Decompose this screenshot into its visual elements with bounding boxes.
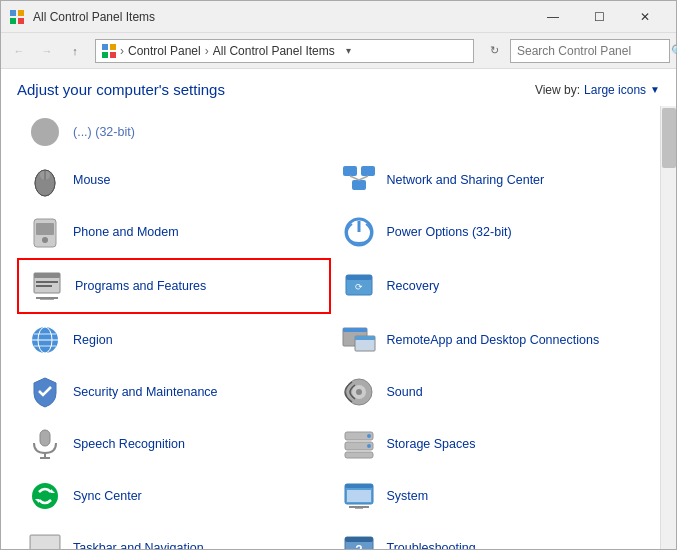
items-grid: Mouse Network xyxy=(17,154,644,549)
settings-title: Adjust your computer's settings xyxy=(17,81,225,98)
partial-item-icon xyxy=(29,116,61,148)
network-sharing-icon xyxy=(341,162,377,198)
svg-rect-43 xyxy=(40,430,50,446)
svg-rect-2 xyxy=(10,18,16,24)
svg-rect-6 xyxy=(102,52,108,58)
item-troubleshooting[interactable]: ? Troubleshooting xyxy=(331,522,645,549)
region-label: Region xyxy=(73,332,113,348)
item-power-options[interactable]: Power Options (32-bit) xyxy=(331,206,645,258)
sound-label: Sound xyxy=(387,384,423,400)
item-sound[interactable]: Sound xyxy=(331,366,645,418)
speech-label: Speech Recognition xyxy=(73,436,185,452)
storage-icon xyxy=(341,426,377,462)
svg-rect-15 xyxy=(352,180,366,190)
svg-point-51 xyxy=(32,483,58,509)
item-storage[interactable]: Storage Spaces xyxy=(331,418,645,470)
svg-point-8 xyxy=(31,118,59,146)
recovery-label: Recovery xyxy=(387,278,440,294)
item-network-sharing[interactable]: Network and Sharing Center xyxy=(331,154,645,206)
svg-rect-64 xyxy=(345,537,373,542)
item-system[interactable]: System xyxy=(331,470,645,522)
svg-rect-3 xyxy=(18,18,24,24)
item-recovery[interactable]: ⟳ Recovery xyxy=(331,258,645,314)
item-taskbar[interactable]: Taskbar and Navigation xyxy=(17,522,331,549)
control-panel-window: All Control Panel Items — ☐ ✕ ← → ↑ › Co… xyxy=(0,0,677,550)
sync-icon xyxy=(27,478,63,514)
svg-point-42 xyxy=(356,389,362,395)
refresh-button[interactable]: ↻ xyxy=(482,39,506,63)
phone-modem-label: Phone and Modem xyxy=(73,224,179,240)
svg-rect-29 xyxy=(346,275,372,280)
svg-point-49 xyxy=(367,434,371,438)
svg-rect-7 xyxy=(110,52,116,58)
address-path[interactable]: › Control Panel › All Control Panel Item… xyxy=(95,39,474,63)
recovery-icon: ⟳ xyxy=(341,268,377,304)
view-by-label: View by: xyxy=(535,83,580,97)
close-button[interactable]: ✕ xyxy=(622,1,668,33)
svg-rect-61 xyxy=(31,536,59,549)
item-mouse[interactable]: Mouse xyxy=(17,154,331,206)
item-programs-features[interactable]: Programs and Features xyxy=(17,258,331,314)
up-button[interactable]: ↑ xyxy=(63,39,87,63)
svg-rect-4 xyxy=(102,44,108,50)
back-button[interactable]: ← xyxy=(7,39,31,63)
scrollbar-thumb[interactable] xyxy=(662,108,676,168)
items-scroll[interactable]: (...) (32-bit) Mouse xyxy=(1,106,660,549)
content-area: Adjust your computer's settings View by:… xyxy=(1,69,676,549)
path-all-items[interactable]: All Control Panel Items xyxy=(213,44,335,58)
partial-top-row: (...) (32-bit) xyxy=(17,110,644,154)
taskbar-icon xyxy=(27,530,63,549)
search-box[interactable]: 🔍 xyxy=(510,39,670,63)
troubleshooting-label: Troubleshooting xyxy=(387,540,476,549)
window-title: All Control Panel Items xyxy=(33,10,155,24)
view-by-value[interactable]: Large icons xyxy=(584,83,646,97)
forward-button[interactable]: → xyxy=(35,39,59,63)
system-icon xyxy=(341,478,377,514)
path-sep2: › xyxy=(205,44,209,58)
security-label: Security and Maintenance xyxy=(73,384,218,400)
svg-line-17 xyxy=(359,176,368,180)
address-bar: ← → ↑ › Control Panel › All Control Pane… xyxy=(1,33,676,69)
power-options-label: Power Options (32-bit) xyxy=(387,224,512,240)
title-bar-left: All Control Panel Items xyxy=(9,9,155,25)
item-remoteapp[interactable]: RemoteApp and Desktop Connections xyxy=(331,314,645,366)
svg-rect-1 xyxy=(18,10,24,16)
svg-rect-23 xyxy=(34,273,60,278)
svg-rect-5 xyxy=(110,44,116,50)
svg-rect-0 xyxy=(10,10,16,16)
partial-icon xyxy=(27,114,63,150)
path-sep1: › xyxy=(120,44,124,58)
minimize-button[interactable]: — xyxy=(530,1,576,33)
sync-label: Sync Center xyxy=(73,488,142,504)
svg-rect-27 xyxy=(36,297,58,299)
svg-rect-55 xyxy=(345,484,373,488)
address-dropdown-button[interactable]: ▾ xyxy=(339,39,359,63)
partial-label: (...) (32-bit) xyxy=(73,125,135,139)
svg-text:?: ? xyxy=(355,543,362,549)
power-options-icon xyxy=(341,214,377,250)
search-icon: 🔍 xyxy=(671,44,677,58)
maximize-button[interactable]: ☐ xyxy=(576,1,622,33)
path-control-panel[interactable]: Control Panel xyxy=(128,44,201,58)
mouse-icon xyxy=(27,162,63,198)
item-sync[interactable]: Sync Center xyxy=(17,470,331,522)
svg-rect-14 xyxy=(361,166,375,176)
item-phone-modem[interactable]: Phone and Modem xyxy=(17,206,331,258)
item-speech[interactable]: Speech Recognition xyxy=(17,418,331,470)
item-region[interactable]: Region xyxy=(17,314,331,366)
svg-point-20 xyxy=(42,237,48,243)
content-header: Adjust your computer's settings View by:… xyxy=(1,69,676,106)
item-security[interactable]: Security and Maintenance xyxy=(17,366,331,418)
scrollbar[interactable] xyxy=(660,106,676,549)
system-label: System xyxy=(387,488,429,504)
view-by-dropdown-icon[interactable]: ▼ xyxy=(650,84,660,95)
svg-rect-48 xyxy=(345,452,373,458)
svg-point-50 xyxy=(367,444,371,448)
svg-rect-19 xyxy=(36,223,54,235)
remoteapp-label: RemoteApp and Desktop Connections xyxy=(387,332,600,348)
svg-rect-39 xyxy=(355,336,375,340)
search-input[interactable] xyxy=(517,44,667,58)
network-sharing-label: Network and Sharing Center xyxy=(387,172,545,188)
speech-icon xyxy=(27,426,63,462)
phone-modem-icon xyxy=(27,214,63,250)
